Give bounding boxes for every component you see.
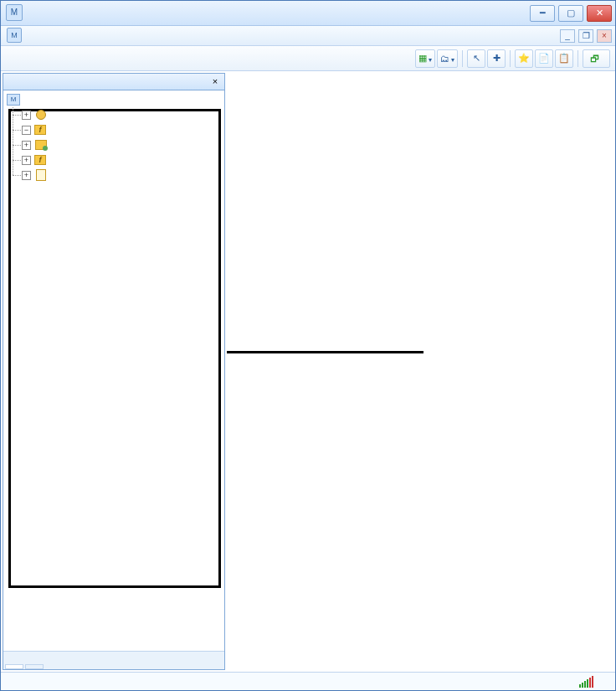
menu-help[interactable] [126, 34, 143, 38]
star-icon: ⭐ [518, 53, 530, 64]
metaeditor-button[interactable]: 📋 [555, 49, 573, 68]
expand-icon[interactable]: + [22, 141, 31, 150]
profile-icon: 🗂 [440, 54, 449, 64]
plus-icon: 🗗 [590, 54, 599, 64]
crosshair-icon: ✚ [493, 53, 501, 64]
annotation-line [227, 351, 424, 353]
crosshair-button[interactable]: ✚ [487, 49, 506, 68]
expand-icon[interactable]: + [22, 156, 31, 165]
toolbar-separator [462, 50, 463, 67]
maximize-button[interactable]: ▢ [558, 5, 583, 22]
cursor-icon: ↖ [473, 53, 480, 64]
mdi-restore-button[interactable]: ❐ [578, 29, 593, 43]
mdi-close-button[interactable]: × [597, 29, 612, 43]
expand-icon[interactable]: + [22, 171, 31, 180]
profiles-button[interactable]: 🗂 [437, 49, 458, 68]
expand-icon[interactable]: + [22, 111, 31, 120]
scripts-icon [34, 169, 48, 181]
expert-advisors-button[interactable]: ⭐ [515, 49, 533, 68]
tree-node-expert-advisors[interactable]: + [22, 137, 224, 152]
minimize-button[interactable]: ━ [530, 5, 555, 22]
options-button[interactable]: 📄 [535, 49, 553, 68]
status-bar [1, 672, 615, 690]
toolbar: ▦ 🗂 ↖ ✚ ⭐ 📄 📋 🗗 [1, 46, 615, 71]
app-icon: M [6, 4, 23, 21]
mt-icon: M [7, 94, 20, 106]
function-icon: f [34, 125, 46, 135]
close-button[interactable]: ✕ [587, 5, 612, 22]
navigator-header: × [3, 74, 224, 90]
expert-advisors-icon [34, 139, 48, 151]
accounts-icon [34, 109, 48, 121]
menu-tools[interactable] [93, 34, 110, 38]
tree-node-accounts[interactable]: + [22, 107, 224, 122]
connection-bars-icon [579, 676, 593, 688]
navigator-tree: M + − f [3, 90, 224, 651]
tree-node-indicators[interactable]: − f [22, 122, 224, 137]
menu-file[interactable] [26, 34, 43, 38]
tree-node-custom-indicators[interactable]: + f [22, 152, 224, 168]
tab-common[interactable] [5, 664, 23, 669]
new-order-button[interactable]: 🗗 [583, 49, 610, 68]
menu-charts[interactable] [76, 34, 93, 38]
menu-window[interactable] [110, 34, 126, 38]
cursor-button[interactable]: ↖ [467, 49, 485, 68]
menubar: M _ ❐ × [1, 26, 615, 46]
tree-root-node[interactable]: M [7, 92, 224, 107]
menu-insert[interactable] [59, 34, 76, 38]
navigator-close-button[interactable]: × [209, 76, 221, 88]
app-icon-small: M [7, 28, 22, 43]
tree-node-scripts[interactable]: + [22, 168, 224, 183]
navigator-panel: × M + − f [3, 73, 225, 670]
chart-area[interactable] [227, 73, 613, 670]
chevron-down-icon [449, 54, 454, 64]
collapse-icon[interactable]: − [22, 126, 31, 135]
new-chart-button[interactable]: ▦ [415, 49, 435, 68]
gear-icon: 📄 [538, 53, 550, 64]
menu-view[interactable] [43, 34, 59, 38]
chevron-down-icon [427, 54, 432, 64]
chart-plus-icon: ▦ [418, 53, 427, 64]
function-icon: f [34, 155, 46, 165]
toolbar-separator [578, 50, 578, 67]
candlestick-chart [227, 73, 612, 642]
editor-icon: 📋 [558, 53, 570, 64]
mdi-minimize-button[interactable]: _ [560, 29, 575, 43]
navigator-tabs [3, 651, 224, 669]
tab-favorites[interactable] [25, 664, 44, 669]
toolbar-separator [510, 50, 511, 67]
window-titlebar: M ━ ▢ ✕ [1, 1, 615, 26]
